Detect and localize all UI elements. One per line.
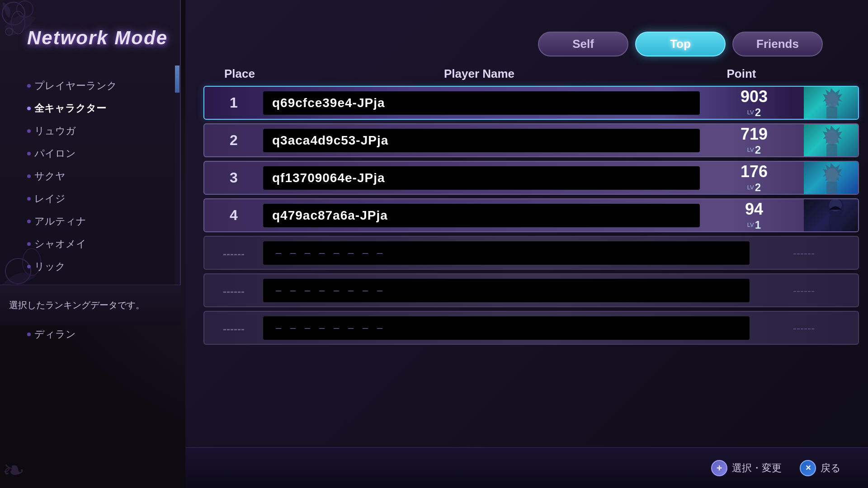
tab-friends[interactable]: Friends	[732, 32, 823, 56]
rank-name-box: －－－－－－－－	[263, 241, 750, 265]
main-area: Self Top Friends Place Player Name Point…	[185, 0, 868, 488]
menu-item-player-rank[interactable]: プレイヤーランク	[20, 75, 174, 97]
menu-item-reiji[interactable]: レイジ	[20, 188, 174, 210]
rank-name-2: q3aca4d9c53-JPja	[272, 133, 388, 148]
tab-top[interactable]: Top	[635, 32, 726, 56]
rank-lv-1: LV 2	[704, 106, 804, 119]
rank-place: ------	[204, 319, 263, 336]
rank-place: ------	[204, 282, 263, 299]
control-back[interactable]: ✕ 戻る	[800, 460, 841, 476]
svg-rect-7	[826, 107, 837, 120]
menu-item-altina[interactable]: アルティナ	[20, 210, 174, 233]
rank-name-box-2: q3aca4d9c53-JPja	[263, 129, 700, 152]
rank-place-1: 1	[204, 94, 263, 111]
char-portrait-3	[804, 161, 858, 195]
svg-point-10	[826, 168, 838, 183]
rank-row-empty-4: ------ －－－－－－－－ ------	[203, 236, 859, 270]
menu-item-dylan[interactable]: ディラン	[20, 323, 174, 346]
rank-point-area-1: 903 LV 2	[704, 87, 804, 119]
rank-name-3: qf13709064e-JPja	[272, 171, 385, 185]
column-headers: Place Player Name Point	[212, 67, 859, 81]
col-header-name: Player Name	[280, 67, 678, 81]
rank-place-2: 2	[204, 132, 263, 149]
menu-item-ryuga[interactable]: リュウガ	[20, 120, 174, 142]
rank-name-box: －－－－－－－－	[263, 279, 750, 302]
rank-row-1[interactable]: 1 q69cfce39e4-JPja 903 LV 2	[203, 86, 859, 120]
rank-row-empty-6: ------ －－－－－－－－ ------	[203, 311, 859, 345]
rank-name-1: q69cfce39e4-JPja	[272, 96, 385, 110]
menu-item-sakuya[interactable]: サクヤ	[20, 165, 174, 188]
rank-row-empty-5: ------ －－－－－－－－ ------	[203, 273, 859, 307]
rank-place-3: 3	[204, 169, 263, 186]
rank-point-3: 176	[704, 162, 804, 181]
svg-rect-9	[826, 144, 837, 157]
rank-point-area-2: 719 LV 2	[704, 125, 804, 156]
control-select: ✛ 選択・変更	[711, 460, 782, 476]
back-label: 戻る	[821, 461, 841, 475]
svg-point-8	[826, 131, 838, 145]
rank-point-area: ------	[754, 247, 854, 259]
char-portrait-4	[804, 198, 858, 232]
page-title: Network Mode	[27, 27, 168, 49]
status-bar: 選択したランキングデータです。	[0, 285, 181, 325]
rank-point-1: 903	[704, 87, 804, 106]
left-panel: Network Mode プレイヤーランク全キャラクターリュウガパイロンサクヤレ…	[0, 0, 181, 325]
rank-lv-4: LV 1	[704, 219, 804, 231]
svg-rect-13	[829, 216, 842, 232]
rank-place-4: 4	[204, 207, 263, 224]
dpad-icon: ✛	[711, 460, 727, 476]
rank-name-4: q479ac87a6a-JPja	[272, 208, 388, 223]
status-text: 選択したランキングデータです。	[9, 299, 145, 311]
rank-point-area-3: 176 LV 2	[704, 162, 804, 194]
rank-lv-2: LV 2	[704, 144, 804, 156]
menu-item-shaomei[interactable]: シャオメイ	[20, 233, 174, 255]
rank-place: ------	[204, 244, 263, 261]
cross-icon: ✕	[800, 460, 816, 476]
rank-name-box-3: qf13709064e-JPja	[263, 166, 700, 190]
rank-point-2: 719	[704, 125, 804, 144]
char-portrait-1	[804, 86, 858, 120]
rank-point-area: ------	[754, 284, 854, 297]
col-header-point: Point	[678, 67, 805, 81]
rank-row-4[interactable]: 4 q479ac87a6a-JPja 94 LV 1	[203, 198, 859, 232]
menu-item-rick[interactable]: リック	[20, 255, 174, 278]
tab-bar: Self Top Friends	[538, 32, 823, 56]
rank-row-3[interactable]: 3 qf13709064e-JPja 176 LV 2	[203, 161, 859, 195]
scroll-thumb[interactable]	[175, 66, 179, 93]
rank-lv-3: LV 2	[704, 181, 804, 194]
rank-name-box: －－－－－－－－	[263, 316, 750, 340]
rank-point-area: ------	[754, 322, 854, 334]
svg-rect-11	[826, 182, 837, 195]
corner-ornament-bl: ❧	[2, 454, 25, 486]
col-header-place: Place	[212, 67, 267, 81]
rankings-list: 1 q69cfce39e4-JPja 903 LV 2	[203, 86, 859, 345]
control-bar: ✛ 選択・変更 ✕ 戻る	[185, 447, 868, 488]
menu-item-pairon[interactable]: パイロン	[20, 142, 174, 165]
rank-point-area-4: 94 LV 1	[704, 200, 804, 231]
char-portrait-2	[804, 123, 858, 157]
menu-item-all-characters[interactable]: 全キャラクター	[20, 97, 174, 120]
rank-point-4: 94	[704, 200, 804, 219]
rank-name-box-1: q69cfce39e4-JPja	[263, 91, 700, 115]
svg-point-6	[826, 93, 838, 108]
rank-row-2[interactable]: 2 q3aca4d9c53-JPja 719 LV 2	[203, 123, 859, 157]
select-change-label: 選択・変更	[732, 461, 782, 475]
rank-name-box-4: q479ac87a6a-JPja	[263, 204, 700, 227]
tab-self[interactable]: Self	[538, 32, 628, 56]
